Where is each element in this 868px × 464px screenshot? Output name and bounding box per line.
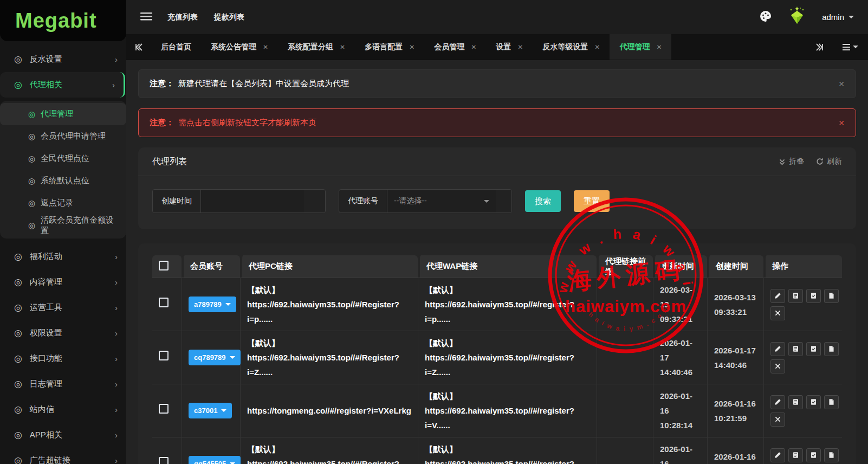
sidebar-subitem[interactable]: ◎ 返点记录 <box>0 192 126 214</box>
tab-close-icon[interactable]: ✕ <box>656 43 662 51</box>
admin-user-menu[interactable]: admin <box>822 12 854 22</box>
tab-close-icon[interactable]: ✕ <box>517 43 523 51</box>
sidebar-item-label: 日志管理 <box>30 379 107 389</box>
tab-close-icon[interactable]: ✕ <box>594 43 600 51</box>
agent-account-select[interactable]: --请选择-- <box>387 190 496 212</box>
sidebar-item[interactable]: ◎ 权限设置 › <box>0 320 126 346</box>
tab[interactable]: 反水等级设置 ✕ <box>533 34 610 60</box>
edit-button[interactable] <box>770 342 785 356</box>
sidebar-item[interactable]: ◎ 日志管理 › <box>0 371 126 397</box>
close-icon[interactable]: ✕ <box>838 80 845 88</box>
topbar-nav-item[interactable]: 提款列表 <box>214 12 244 22</box>
sidebar-subitem-label: 活跃会员充值金额设置 <box>41 215 119 236</box>
link-prefix-cell <box>597 437 653 464</box>
avatar-diamond-icon[interactable] <box>786 7 808 28</box>
tab-close-icon[interactable]: ✕ <box>340 43 345 51</box>
tabbar: 后台首页 ✕ 系统公告管理 ✕ 系统配置分组 ✕ 多语言配置 ✕ 会员管理 ✕ <box>126 34 868 60</box>
sidebar-bottom-menu: ◎ 福利活动 › ◎ 内容管理 › ◎ 运营工具 › ◎ <box>0 244 126 464</box>
document-button[interactable] <box>824 395 839 409</box>
collapse-button[interactable]: 折叠 <box>779 157 804 166</box>
tab-close-icon[interactable]: ✕ <box>471 43 476 51</box>
sidebar-item[interactable]: ◎ 广告超链接 › <box>0 448 126 464</box>
reset-button[interactable]: 重置 <box>574 190 610 212</box>
account-button[interactable]: c37001 <box>189 403 232 418</box>
details-button[interactable] <box>788 395 803 409</box>
details-button[interactable] <box>788 289 803 303</box>
list-doc-icon <box>792 345 799 352</box>
edit-button[interactable] <box>770 289 785 303</box>
document-button[interactable] <box>824 289 839 303</box>
tab[interactable]: 后台首页 ✕ <box>151 34 201 60</box>
created-time-cell: 2026-01-17 14:40:46 <box>707 331 763 384</box>
link-prefix-cell <box>597 384 653 437</box>
created-time-input[interactable] <box>201 190 304 212</box>
row-checkbox[interactable] <box>159 351 169 360</box>
tab[interactable]: 会员管理 ✕ <box>424 34 486 60</box>
delete-button[interactable] <box>770 413 785 427</box>
topbar-nav: 充值列表 提款列表 <box>167 12 244 22</box>
tab[interactable]: 代理管理 ✕ <box>610 34 671 60</box>
account-button[interactable]: a789789 <box>189 297 236 312</box>
column-header: 创建时间 <box>707 255 763 278</box>
updated-time-cell: 2026-03-13 09:33:21 <box>653 278 707 331</box>
report-check-button[interactable] <box>806 289 821 303</box>
details-button[interactable] <box>788 342 803 356</box>
sidebar-subitem[interactable]: ◎ 代理管理 <box>0 103 126 125</box>
table-body: a789789 【默认】https://692.haiwaiym35.top//… <box>152 278 842 464</box>
report-check-button[interactable] <box>806 448 821 462</box>
tab-label: 设置 <box>496 42 511 52</box>
tab-close-icon[interactable]: ✕ <box>409 43 414 51</box>
account-label: c37001 <box>194 407 217 415</box>
sidebar-item[interactable]: ◎ 运营工具 › <box>0 295 126 320</box>
select-all-checkbox[interactable] <box>159 261 169 270</box>
hamburger-icon[interactable] <box>140 12 152 23</box>
sidebar-item[interactable]: ◎ 反水设置 › <box>0 47 126 72</box>
sidebar-item[interactable]: ◎ 接口功能 › <box>0 346 126 371</box>
tab[interactable]: 系统公告管理 ✕ <box>201 34 278 60</box>
delete-button[interactable] <box>770 359 785 373</box>
doc-icon <box>828 292 835 299</box>
delete-button[interactable] <box>770 306 785 320</box>
close-icon[interactable]: ✕ <box>838 119 845 127</box>
panel-title: 代理列表 <box>152 156 187 167</box>
sidebar-subitem[interactable]: ◎ 会员代理申请管理 <box>0 125 126 147</box>
account-button[interactable]: qq545505 <box>189 456 241 464</box>
search-button[interactable]: 搜索 <box>525 190 561 212</box>
row-checkbox[interactable] <box>159 404 169 414</box>
sidebar-subitem[interactable]: ◎ 活跃会员充值金额设置 <box>0 214 126 236</box>
report-check-button[interactable] <box>806 342 821 356</box>
tabs-scroll-right-icon[interactable] <box>807 34 832 60</box>
document-button[interactable] <box>824 342 839 356</box>
updated-time-cell: 2026-01-16 10:28:14 <box>653 384 707 437</box>
table-row: cq789789 【默认】https://692.haiwaiym35.top/… <box>152 331 842 384</box>
created-time-label: 创建时间 <box>153 190 201 212</box>
sidebar-item[interactable]: ◎ 代理相关 › <box>0 72 125 98</box>
tab[interactable]: 系统配置分组 ✕ <box>278 34 355 60</box>
report-check-button[interactable] <box>806 395 821 409</box>
sidebar-subitem[interactable]: ◎ 系统默认点位 <box>0 170 126 192</box>
details-button[interactable] <box>788 448 803 462</box>
tabs-options-menu[interactable] <box>832 34 868 60</box>
refresh-button[interactable]: 刷新 <box>816 157 842 166</box>
notice-info: 注意： 新建代理请在【会员列表】中设置会员成为代理 ✕ <box>138 69 856 98</box>
sidebar-item[interactable]: ◎ 站内信 › <box>0 397 126 422</box>
theme-palette-icon[interactable] <box>759 10 772 25</box>
logo[interactable]: Megabit <box>0 0 126 41</box>
account-button[interactable]: cq789789 <box>189 350 241 365</box>
tab[interactable]: 设置 ✕ <box>486 34 533 60</box>
chevron-down-icon <box>484 200 489 205</box>
topbar-nav-item[interactable]: 充值列表 <box>167 12 198 22</box>
edit-button[interactable] <box>770 395 785 409</box>
row-checkbox[interactable] <box>159 457 169 464</box>
edit-button[interactable] <box>770 448 785 462</box>
agent-table: 会员账号代理PC链接代理WAP链接代理链接前缀更新时间创建时间操作 a78978… <box>152 255 842 464</box>
row-checkbox[interactable] <box>159 298 169 307</box>
sidebar-item[interactable]: ◎ 内容管理 › <box>0 269 126 295</box>
tabs-scroll-left-icon[interactable] <box>126 34 151 60</box>
sidebar-subitem[interactable]: ◎ 全民代理点位 <box>0 147 126 170</box>
tab[interactable]: 多语言配置 ✕ <box>355 34 424 60</box>
sidebar-item[interactable]: ◎ 福利活动 › <box>0 244 126 269</box>
document-button[interactable] <box>824 448 839 462</box>
sidebar-item[interactable]: ◎ APP相关 › <box>0 422 126 448</box>
tab-close-icon[interactable]: ✕ <box>263 43 268 51</box>
